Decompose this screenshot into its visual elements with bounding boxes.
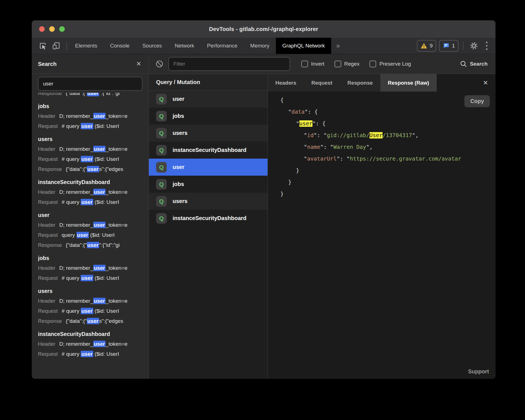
query-row-user[interactable]: Quser	[149, 90, 268, 108]
query-row-jobs[interactable]: Qjobs	[149, 108, 268, 125]
result-entry-title: instanceSecurityDashboard	[38, 329, 149, 339]
json-line: }	[268, 165, 495, 176]
result-line: HeaderD; remember_user_token=e	[38, 111, 149, 121]
tab-memory[interactable]: Memory	[244, 38, 276, 54]
json-line: }	[268, 176, 495, 188]
main-area: Search ✕ Response{"data":{"user":{"id":"…	[32, 54, 495, 379]
result-line: Requestquery user ($id: UserI	[38, 230, 149, 240]
copy-button[interactable]: Copy	[464, 95, 490, 107]
query-row-instanceSecurityDashboard[interactable]: QinstanceSecurityDashboard	[149, 210, 268, 227]
detail-tab-response[interactable]: Response	[340, 74, 380, 92]
tab-sources[interactable]: Sources	[136, 38, 168, 54]
checkbox-regex[interactable]: Regex	[335, 61, 360, 67]
inspect-element-icon[interactable]	[37, 40, 49, 52]
result-text: # query	[62, 156, 81, 162]
window-title: DevTools - gitlab.com/-/graphql-explorer	[209, 26, 318, 32]
warnings-count: 9	[430, 43, 433, 49]
query-row-instanceSecurityDashboard[interactable]: QinstanceSecurityDashboard	[149, 142, 268, 159]
json-token: "	[330, 144, 333, 150]
query-row-label: jobs	[173, 181, 184, 187]
result-text: D; remember_	[59, 341, 93, 347]
tabs-overflow-chevron[interactable]: »	[331, 38, 345, 54]
zoom-window-button[interactable]	[59, 26, 65, 32]
json-token: "	[288, 109, 292, 115]
settings-gear-icon[interactable]	[468, 40, 480, 52]
detail-tab-headers[interactable]: Headers	[268, 74, 304, 92]
title-bar: DevTools - gitlab.com/-/graphql-explorer	[32, 20, 495, 38]
search-input[interactable]	[38, 77, 142, 91]
tab-performance[interactable]: Performance	[201, 38, 244, 54]
match-highlight: user	[93, 189, 106, 195]
support-link[interactable]: Support	[468, 368, 489, 375]
close-window-button[interactable]	[39, 26, 45, 32]
search-result-entry[interactable]: jobsHeaderD; remember_user_token=eReques…	[38, 253, 149, 283]
tab-graphql-network[interactable]: GraphQL Network	[276, 38, 331, 54]
detail-close-icon[interactable]: ✕	[476, 74, 495, 92]
search-icon	[460, 60, 467, 68]
json-token: https://secure.gravatar.com/avatar	[350, 156, 461, 162]
query-row-jobs[interactable]: Qjobs	[149, 176, 268, 193]
result-line-label: Response	[38, 166, 62, 172]
json-token: "	[304, 132, 307, 139]
result-text: query	[62, 232, 77, 238]
query-row-label: instanceSecurityDashboard	[173, 215, 247, 221]
tab-console[interactable]: Console	[104, 38, 136, 54]
result-text: D; remember_	[59, 189, 93, 195]
json-token: id	[307, 132, 314, 139]
search-result-entry[interactable]: usersHeaderD; remember_user_token=eReque…	[38, 286, 149, 326]
query-type-badge: Q	[156, 111, 167, 121]
search-result-entry[interactable]: jobsHeaderD; remember_user_token=eReques…	[38, 101, 149, 131]
json-token: ": {	[305, 109, 318, 115]
json-search-highlight: user	[299, 120, 312, 127]
warnings-badge[interactable]: 9	[417, 40, 436, 52]
query-mutation-panel: Query / Mutation QuserQjobsQusersQinstan…	[149, 74, 268, 379]
result-text: # query	[62, 123, 81, 129]
json-token: Warren Day	[333, 144, 366, 150]
filter-toolbar: InvertRegexPreserve Log Search	[149, 54, 495, 74]
more-options-icon[interactable]	[483, 42, 491, 50]
json-token: ": {	[312, 120, 326, 127]
messages-badge[interactable]: 1	[439, 40, 459, 52]
checkbox-preserve-log[interactable]: Preserve Log	[369, 61, 411, 67]
result-line-label: Header	[38, 298, 55, 304]
toggle-device-toolbar-icon[interactable]	[50, 40, 62, 52]
result-text: ":{"id":"gi	[99, 242, 120, 248]
result-line-label: Response	[38, 93, 62, 96]
query-row-user[interactable]: Quser	[149, 159, 268, 176]
tab-network[interactable]: Network	[168, 38, 201, 54]
panels: Query / Mutation QuserQjobsQusersQinstan…	[149, 74, 495, 379]
json-line: {	[268, 94, 495, 106]
result-text: ($id: UserI	[93, 156, 119, 162]
detail-tab-request[interactable]: Request	[304, 74, 340, 92]
filter-input[interactable]	[168, 57, 290, 71]
search-result-entry[interactable]: userHeaderD; remember_user_token=eReques…	[38, 210, 149, 250]
result-text: _token=e	[106, 113, 128, 119]
checkbox-invert[interactable]: Invert	[301, 61, 324, 67]
result-line: HeaderD; remember_user_token=e	[38, 187, 149, 197]
result-entry-title: user	[38, 210, 149, 220]
toolbar-search-button[interactable]: Search	[460, 60, 488, 68]
filter-checkboxes: InvertRegexPreserve Log	[301, 61, 411, 67]
network-area: InvertRegexPreserve Log Search Query / M…	[149, 54, 495, 379]
query-row-label: instanceSecurityDashboard	[173, 147, 247, 153]
search-panel-close-icon[interactable]: ✕	[135, 60, 143, 68]
toolbar-search-label: Search	[470, 61, 488, 67]
detail-tab-response-raw-[interactable]: Response (Raw)	[380, 74, 437, 92]
result-line-label: Request	[38, 308, 58, 314]
search-result-entry[interactable]: instanceSecurityDashboardHeaderD; rememb…	[38, 177, 149, 207]
search-result-entry[interactable]: instanceSecurityDashboardHeaderD; rememb…	[38, 329, 149, 359]
search-result-entry[interactable]: usersHeaderD; remember_user_token=eReque…	[38, 134, 149, 174]
result-text: _token=e	[106, 341, 128, 347]
query-row-users[interactable]: Qusers	[149, 125, 268, 142]
clear-block-icon[interactable]	[155, 59, 164, 68]
result-line: Request# query user ($id: UserI	[38, 197, 149, 207]
devtools-window: DevTools - gitlab.com/-/graphql-explorer	[32, 20, 496, 379]
minimize-window-button[interactable]	[49, 26, 55, 32]
result-line-label: Request	[38, 156, 58, 162]
checkbox-label: Preserve Log	[379, 61, 411, 67]
tab-elements[interactable]: Elements	[69, 38, 104, 54]
json-token: ",	[412, 132, 418, 139]
query-row-users[interactable]: Qusers	[149, 193, 268, 210]
search-result-entry[interactable]: Response{"data":{"user":{"id":"gi	[38, 93, 149, 98]
result-text: {"data":{"	[66, 318, 87, 324]
